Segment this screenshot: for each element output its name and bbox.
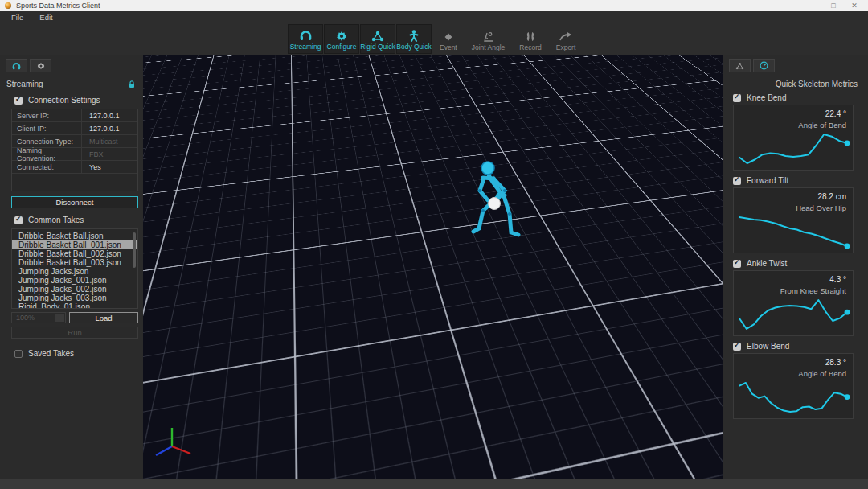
axis-gizmo [154,425,196,463]
table-row: Naming Convention: FBX [12,148,137,161]
playback-speed-value: 100% [16,314,35,322]
knee-bend-toggle[interactable]: Knee Bend [723,91,868,105]
load-button[interactable]: Load [69,312,138,323]
toolbar-streaming-button[interactable]: Streaming [288,24,323,54]
list-item[interactable]: Jumping Jacks.json [12,267,137,276]
gauge-icon [760,59,768,73]
playback-speed-select: 100% [11,312,66,323]
toolbar-joint-angle-button[interactable]: Joint Angle [468,24,510,54]
connection-settings-checkbox[interactable] [14,97,23,105]
list-item[interactable]: Jumping Jacks_003.json [12,294,137,302]
list-item[interactable]: Jumping Jacks_002.json [12,285,137,294]
toolbar-rigid-quick-button[interactable]: Rigid Quick [360,24,395,54]
skeleton-right-leg [504,196,518,235]
list-item[interactable]: Dribble Basket Ball.json [12,232,137,240]
tab-skeleton-metrics[interactable] [753,59,775,72]
viewport-3d[interactable] [143,55,723,479]
connection-settings-toggle[interactable]: Connection Settings [0,92,143,108]
list-item[interactable]: Dribble Basket Ball_003.json [12,258,137,267]
streaming-icon [300,30,312,42]
skeleton-head [481,162,494,175]
tab-rigid-metrics[interactable] [729,59,751,72]
knee-bend-checkbox[interactable] [733,94,741,102]
sparkline [735,296,851,333]
sparkline [735,379,851,416]
skeleton-left-arm [480,179,488,200]
metric-value: 28.3 ° [825,358,846,367]
common-takes-toggle[interactable]: Common Takes [0,212,143,228]
run-button: Run [11,327,138,339]
ankle-twist-checkbox[interactable] [733,260,741,268]
toolbar-configure-label: Configure [327,43,357,51]
floor-grid [143,55,723,479]
rigid-nodes-icon [371,30,384,42]
tab-streaming[interactable] [6,59,27,72]
elbow-bend-checkbox[interactable] [733,343,741,351]
menu-file[interactable]: File [3,13,31,22]
streaming-panel-title: Streaming [6,80,43,88]
saved-takes-toggle[interactable]: Saved Takes [0,346,143,361]
toolbar-configure-button[interactable]: Configure [324,24,359,54]
chevron-down-icon [55,314,64,322]
ankle-twist-label: Ankle Twist [747,259,787,268]
common-takes-checkbox[interactable] [14,216,23,224]
axis-x [172,446,190,454]
streaming-tab-icon [12,59,21,73]
toolbar-event-button[interactable]: Event [436,24,461,54]
app-icon [5,2,11,9]
toolbar-streaming-label: Streaming [290,43,321,51]
toolbar-joint-angle-label: Joint Angle [472,43,506,51]
table-row: Server IP: 127.0.0.1 [12,109,137,122]
forward-tilt-checkbox[interactable] [733,177,741,185]
toolbar-export-label: Export [556,43,576,51]
client-ip-value[interactable]: 127.0.0.1 [81,122,137,134]
minimize-button[interactable]: – [802,0,823,11]
rigid-nodes-icon [735,59,744,73]
toolbar-body-quick-button[interactable]: Body Quick [396,24,432,54]
metrics-panel: Quick Skeleton Metrics Knee Bend 22.4 ° … [723,55,868,479]
saved-takes-checkbox[interactable] [14,350,23,358]
basketball [489,198,501,210]
forward-tilt-toggle[interactable]: Forward Tilt [723,174,868,187]
elbow-bend-toggle[interactable]: Elbow Bend [723,339,868,353]
close-button[interactable]: ✕ [844,0,865,11]
export-icon [559,31,572,43]
tab-settings[interactable] [30,59,51,72]
maximize-button[interactable]: □ [823,0,844,11]
toolbar-export-button[interactable]: Export [552,24,580,54]
scene [143,55,723,479]
metric-sublabel: Angle of Bend [798,369,846,378]
metric-value: 22.4 ° [825,109,846,118]
menu-edit[interactable]: Edit [31,13,60,22]
metric-sublabel: Head Over Hip [796,203,846,212]
toolbar-record-button[interactable]: Record [515,24,545,54]
metric-sublabel: From Knee Straight [780,286,846,295]
ankle-twist-toggle[interactable]: Ankle Twist [723,257,868,270]
knee-bend-label: Knee Bend [747,93,787,102]
list-item[interactable]: Rigid_Body_01.json [12,302,137,309]
list-item[interactable]: Dribble Basket Ball_002.json [12,249,137,258]
saved-takes-label: Saved Takes [28,349,74,358]
list-item[interactable]: Dribble Basket Ball_001.json [12,240,137,249]
connection-settings-label: Connection Settings [28,96,100,105]
skeleton-figure[interactable] [469,158,522,241]
forward-tilt-label: Forward Tilt [747,176,788,185]
metrics-panel-title: Quick Skeleton Metrics [723,72,868,91]
list-item[interactable]: Jumping Jacks_001.json [12,276,137,285]
takes-list-scrollbar[interactable] [133,232,136,268]
disconnect-button[interactable]: Disconnect [11,196,138,208]
body-icon [409,30,419,42]
app-window: Sports Data Metrics Client – □ ✕ File Ed… [0,0,868,489]
connection-type-value: Multicast [81,135,137,147]
connection-table: Server IP: 127.0.0.1 Client IP: 127.0.0.… [11,109,138,191]
left-panel-tabs [0,55,143,72]
table-row: Client IP: 127.0.0.1 [12,122,137,135]
axis-z [156,446,172,455]
metric-value: 4.3 ° [829,275,846,284]
server-ip-value[interactable]: 127.0.0.1 [81,109,137,121]
ankle-twist-chart: 4.3 ° From Knee Straight [733,270,854,336]
toolbar-event-label: Event [440,43,457,51]
streaming-panel: Streaming Connection Settings Server IP:… [0,55,143,479]
naming-convention-label: Naming Convention: [12,148,81,160]
toolbar-rigid-quick-label: Rigid Quick [360,43,395,51]
